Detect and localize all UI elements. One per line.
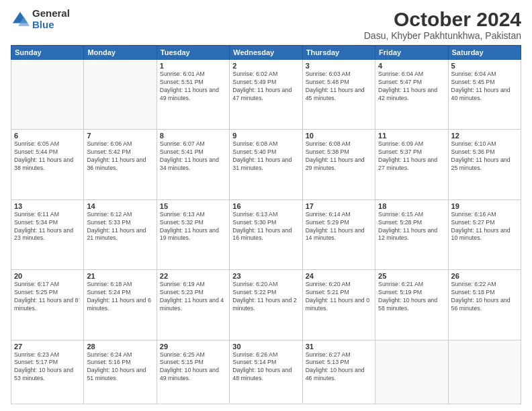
col-saturday: Saturday — [448, 46, 521, 60]
col-sunday: Sunday — [11, 46, 84, 60]
table-row: 19Sunrise: 6:16 AMSunset: 5:27 PMDayligh… — [448, 199, 521, 269]
day-number: 7 — [87, 132, 153, 140]
day-info: Sunrise: 6:20 AMSunset: 5:21 PMDaylight:… — [306, 281, 372, 313]
table-row: 28Sunrise: 6:24 AMSunset: 5:16 PMDayligh… — [84, 340, 157, 404]
logo-text: General Blue — [32, 8, 70, 30]
day-info: Sunrise: 6:22 AMSunset: 5:18 PMDaylight:… — [451, 281, 518, 313]
day-number: 11 — [378, 132, 445, 140]
table-row: 14Sunrise: 6:12 AMSunset: 5:33 PMDayligh… — [84, 199, 157, 269]
table-row: 26Sunrise: 6:22 AMSunset: 5:18 PMDayligh… — [448, 270, 521, 340]
day-info: Sunrise: 6:05 AMSunset: 5:44 PMDaylight:… — [14, 140, 81, 173]
day-info: Sunrise: 6:12 AMSunset: 5:33 PMDaylight:… — [87, 211, 153, 243]
day-number: 22 — [160, 272, 226, 280]
page: General Blue October 2024 Dasu, Khyber P… — [0, 0, 532, 411]
day-info: Sunrise: 6:07 AMSunset: 5:41 PMDaylight:… — [160, 140, 226, 173]
day-info: Sunrise: 6:03 AMSunset: 5:48 PMDaylight:… — [306, 71, 372, 103]
table-row: 8Sunrise: 6:07 AMSunset: 5:41 PMDaylight… — [157, 130, 229, 199]
table-row: 10Sunrise: 6:08 AMSunset: 5:38 PMDayligh… — [302, 130, 375, 199]
table-row: 15Sunrise: 6:13 AMSunset: 5:32 PMDayligh… — [157, 199, 229, 269]
table-row — [448, 340, 521, 404]
day-info: Sunrise: 6:25 AMSunset: 5:15 PMDaylight:… — [160, 351, 226, 383]
col-thursday: Thursday — [302, 46, 375, 60]
table-row: 1Sunrise: 6:01 AMSunset: 5:51 PMDaylight… — [157, 60, 229, 130]
table-row: 29Sunrise: 6:25 AMSunset: 5:15 PMDayligh… — [157, 340, 229, 404]
day-info: Sunrise: 6:17 AMSunset: 5:25 PMDaylight:… — [14, 281, 81, 313]
location-title: Dasu, Khyber Pakhtunkhwa, Pakistan — [364, 30, 521, 41]
table-row: 3Sunrise: 6:03 AMSunset: 5:48 PMDaylight… — [302, 60, 375, 130]
day-number: 1 — [160, 62, 226, 70]
table-row: 24Sunrise: 6:20 AMSunset: 5:21 PMDayligh… — [302, 270, 375, 340]
day-info: Sunrise: 6:14 AMSunset: 5:29 PMDaylight:… — [306, 211, 372, 243]
day-info: Sunrise: 6:18 AMSunset: 5:24 PMDaylight:… — [87, 281, 153, 313]
day-info: Sunrise: 6:19 AMSunset: 5:23 PMDaylight:… — [160, 281, 226, 313]
day-number: 18 — [378, 202, 445, 210]
day-number: 19 — [451, 202, 518, 210]
table-row — [11, 60, 84, 130]
day-number: 31 — [306, 342, 372, 351]
day-number: 4 — [378, 62, 445, 70]
table-row: 18Sunrise: 6:15 AMSunset: 5:28 PMDayligh… — [375, 199, 448, 269]
day-info: Sunrise: 6:21 AMSunset: 5:19 PMDaylight:… — [378, 281, 445, 313]
col-tuesday: Tuesday — [157, 46, 229, 60]
day-number: 6 — [14, 132, 81, 140]
month-title: October 2024 — [364, 8, 521, 30]
table-row: 30Sunrise: 6:26 AMSunset: 5:14 PMDayligh… — [230, 340, 302, 404]
day-info: Sunrise: 6:04 AMSunset: 5:45 PMDaylight:… — [451, 71, 518, 103]
table-row: 23Sunrise: 6:20 AMSunset: 5:22 PMDayligh… — [230, 270, 302, 340]
day-number: 24 — [306, 272, 372, 280]
table-row: 6Sunrise: 6:05 AMSunset: 5:44 PMDaylight… — [11, 130, 84, 199]
day-number: 14 — [87, 202, 153, 210]
table-row: 2Sunrise: 6:02 AMSunset: 5:49 PMDaylight… — [230, 60, 302, 130]
title-block: October 2024 Dasu, Khyber Pakhtunkhwa, P… — [364, 8, 521, 41]
table-row: 27Sunrise: 6:23 AMSunset: 5:17 PMDayligh… — [11, 340, 84, 404]
day-info: Sunrise: 6:08 AMSunset: 5:40 PMDaylight:… — [232, 140, 299, 173]
col-friday: Friday — [375, 46, 448, 60]
table-row: 22Sunrise: 6:19 AMSunset: 5:23 PMDayligh… — [157, 270, 229, 340]
day-info: Sunrise: 6:24 AMSunset: 5:16 PMDaylight:… — [87, 351, 153, 383]
day-number: 5 — [451, 62, 518, 70]
day-info: Sunrise: 6:20 AMSunset: 5:22 PMDaylight:… — [232, 281, 299, 313]
table-row: 5Sunrise: 6:04 AMSunset: 5:45 PMDaylight… — [448, 60, 521, 130]
day-number: 17 — [306, 202, 372, 210]
day-info: Sunrise: 6:01 AMSunset: 5:51 PMDaylight:… — [160, 71, 226, 103]
logo-general-text: General — [32, 8, 70, 19]
day-info: Sunrise: 6:08 AMSunset: 5:38 PMDaylight:… — [306, 140, 372, 173]
day-number: 25 — [378, 272, 445, 280]
table-row: 7Sunrise: 6:06 AMSunset: 5:42 PMDaylight… — [84, 130, 157, 199]
day-info: Sunrise: 6:09 AMSunset: 5:37 PMDaylight:… — [378, 140, 445, 173]
day-number: 9 — [232, 132, 299, 140]
day-info: Sunrise: 6:27 AMSunset: 5:13 PMDaylight:… — [306, 351, 372, 383]
calendar-header-row: Sunday Monday Tuesday Wednesday Thursday… — [11, 46, 521, 60]
table-row: 4Sunrise: 6:04 AMSunset: 5:47 PMDaylight… — [375, 60, 448, 130]
day-number: 20 — [14, 272, 81, 280]
logo: General Blue — [11, 8, 70, 30]
col-wednesday: Wednesday — [230, 46, 302, 60]
day-info: Sunrise: 6:16 AMSunset: 5:27 PMDaylight:… — [451, 211, 518, 243]
header: General Blue October 2024 Dasu, Khyber P… — [11, 8, 521, 41]
logo-icon — [11, 10, 30, 29]
calendar-table: Sunday Monday Tuesday Wednesday Thursday… — [11, 45, 521, 404]
day-info: Sunrise: 6:26 AMSunset: 5:14 PMDaylight:… — [232, 351, 299, 383]
day-number: 10 — [306, 132, 372, 140]
day-number: 12 — [451, 132, 518, 140]
table-row — [84, 60, 157, 130]
day-number: 15 — [160, 202, 226, 210]
day-number: 21 — [87, 272, 153, 280]
table-row: 16Sunrise: 6:13 AMSunset: 5:30 PMDayligh… — [230, 199, 302, 269]
logo-blue-text: Blue — [32, 19, 70, 31]
day-number: 29 — [160, 342, 226, 351]
table-row: 9Sunrise: 6:08 AMSunset: 5:40 PMDaylight… — [230, 130, 302, 199]
day-number: 23 — [232, 272, 299, 280]
day-number: 2 — [232, 62, 299, 70]
day-number: 26 — [451, 272, 518, 280]
table-row: 25Sunrise: 6:21 AMSunset: 5:19 PMDayligh… — [375, 270, 448, 340]
day-number: 27 — [14, 342, 81, 351]
day-info: Sunrise: 6:13 AMSunset: 5:32 PMDaylight:… — [160, 211, 226, 243]
day-number: 13 — [14, 202, 81, 210]
table-row: 31Sunrise: 6:27 AMSunset: 5:13 PMDayligh… — [302, 340, 375, 404]
table-row: 21Sunrise: 6:18 AMSunset: 5:24 PMDayligh… — [84, 270, 157, 340]
table-row: 11Sunrise: 6:09 AMSunset: 5:37 PMDayligh… — [375, 130, 448, 199]
day-info: Sunrise: 6:11 AMSunset: 5:34 PMDaylight:… — [14, 211, 81, 243]
day-number: 30 — [232, 342, 299, 351]
day-number: 8 — [160, 132, 226, 140]
